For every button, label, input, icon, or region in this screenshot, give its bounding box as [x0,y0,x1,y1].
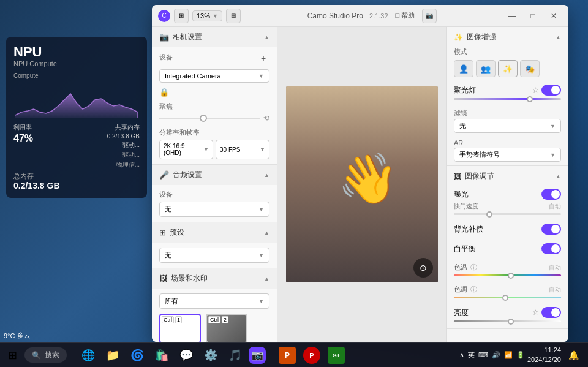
volume-icon[interactable]: 🔊 [492,351,500,359]
minimize-btn[interactable]: — [503,10,521,22]
zoom-dropdown[interactable]: 13% ▼ [192,10,222,21]
whitebalance-field: 白平衡 [447,241,568,260]
notification-btn[interactable]: 🔔 [564,346,583,365]
brightness-toggle[interactable] [541,307,561,318]
brightness-label: 亮度 [454,308,469,318]
ar-field: AR 手势表情符号 ▼ [447,137,568,165]
app-logo: C [158,10,170,22]
camera-icon: 📷 [159,32,169,42]
taskbar-app-camera[interactable]: 📷 [249,347,266,364]
layout-btn[interactable]: ⊞ [174,9,189,23]
taskbar-app-files[interactable]: 📁 [102,344,124,366]
preset-section-header[interactable]: ⊞ 预设 ▲ [152,222,277,243]
preset-thumb-2[interactable]: Ctrl 2 [206,314,247,342]
mode-label: 模式 [454,47,561,56]
filter-select[interactable]: 无 ▼ [454,119,561,133]
taskbar-app-procyon[interactable]: P [301,344,323,366]
maximize-btn[interactable]: □ [524,10,541,22]
clock: 11:24 [527,346,561,355]
adjust-section-header[interactable]: 🖼 图像调节 ▲ [447,166,568,186]
wb-toggle[interactable] [541,243,561,254]
ar-select[interactable]: 手势表情符号 ▼ [454,148,561,162]
device-value: Integrated Camera [165,72,221,80]
audio-section-header[interactable]: 🎤 音频设置 ▲ [152,165,277,185]
sat-slider[interactable] [454,297,561,298]
camera-hand-emoji: 👋 [337,150,399,208]
exposure-label: 曝光 [454,189,469,200]
taskbar-app-settings[interactable]: ⚙️ [200,344,222,366]
sys-chart [13,81,140,118]
shared-mem-value: 0.2/13.8 GB [107,133,140,140]
camera-section-title: 相机设置 [173,32,202,42]
taskbar-app-store[interactable]: 🛍️ [151,344,173,366]
phys-label: 物理信... [107,161,140,169]
weather-widget: 9°C 多云 [4,331,31,340]
resolution-controls: 2K 16:9 (QHD) ▼ 30 FPS ▼ [159,140,270,159]
spotlight-field: 聚光灯 ☆ [447,82,568,106]
search-placeholder: 搜索 [45,350,59,360]
camera-section-content: 设备 + Integrated Camera ▼ 🔒 聚焦 [152,47,277,164]
enhance-section-header[interactable]: ✨ 图像增强 ▲ [447,27,568,47]
right-panel: ✨ 图像增强 ▲ 模式 👤 👥 ✨ 🎭 [446,27,568,342]
scene-filter-select[interactable]: 所有 ▼ [159,293,270,309]
split-btn[interactable]: ⊟ [226,9,241,23]
mode-container: 模式 👤 👥 ✨ 🎭 [447,47,568,82]
chevron-up-icon[interactable]: ∧ [459,351,464,359]
taskbar-app-edge[interactable]: 🌀 [126,344,148,366]
taskbar-time[interactable]: 11:24 2024/12/20 [527,346,561,365]
taskbar-app-emoji[interactable]: 🌐 [77,344,99,366]
window-version: 2.1.32 [369,12,388,20]
camera-preview: 👋 ⊙ [286,86,438,282]
sys-monitor-title: NPU [13,44,140,60]
backlight-toggle[interactable] [541,224,561,235]
backlight-field: 背光补偿 [447,221,568,241]
add-device-btn[interactable]: + [257,52,270,64]
hue-slider[interactable] [454,274,561,276]
search-icon: 🔍 [32,351,41,360]
preset-select[interactable]: 无 ▼ [159,248,270,263]
focus-slider[interactable]: ⟲ [159,113,270,123]
taskbar-search[interactable]: 🔍 搜索 [24,347,67,363]
spotlight-toggle[interactable] [541,85,561,96]
filter-field: 滤镜 无 ▼ [447,106,568,137]
mode-btn-mask[interactable]: 🎭 [520,60,540,77]
scene-section-header[interactable]: 🖼 场景和水印 ▲ [152,268,277,289]
brightness-star: ☆ [532,308,539,317]
device-select[interactable]: Integrated Camera ▼ [159,69,270,83]
mode-btn-sparkle[interactable]: ✨ [498,60,518,77]
close-btn[interactable]: ✕ [545,10,562,22]
shutter-auto: 自动 [549,202,561,211]
scene-section-chevron: ▲ [264,276,270,282]
taskbar-app-mail[interactable]: 💬 [175,344,197,366]
brightness-slider[interactable] [454,320,561,322]
start-button[interactable]: ⊞ [2,346,22,365]
mode-icons: 👤 👥 ✨ 🎭 [454,58,561,80]
fps-select[interactable]: 30 FPS ▼ [216,140,270,159]
enhance-title: 图像增强 [467,32,496,42]
camera-indicator: ⊙ [413,258,433,278]
resolution-select[interactable]: 2K 16:9 (QHD) ▼ [159,140,213,159]
camera-section-header[interactable]: 📷 相机设置 ▲ [152,27,277,47]
camera-mode-btn[interactable]: 📷 [422,9,437,23]
taskbar-divider1 [72,348,72,363]
exposure-toggle[interactable] [541,189,561,200]
preset-section-title: 预设 [170,227,184,238]
ctrl-badge-2: Ctrl [208,316,221,323]
sat-label: 色调 ⓘ [454,285,477,294]
audio-section-chevron: ▲ [264,172,270,178]
audio-device-select[interactable]: 无 ▼ [159,202,270,217]
taskbar-app-game[interactable]: G+ [325,344,347,366]
preset-thumb-1[interactable]: Ctrl 1 [159,314,201,342]
taskbar-app-powerpoint[interactable]: P [276,344,298,366]
help-btn[interactable]: □ 帮助 [392,11,419,20]
preset-value: 无 [165,251,172,260]
spotlight-slider[interactable] [454,98,561,100]
mode-btn-group[interactable]: 👥 [476,60,496,77]
network-icon[interactable]: 📶 [504,351,513,359]
taskbar-app-media[interactable]: 🎵 [224,344,246,366]
spotlight-star: ☆ [532,86,539,94]
mode-btn-person[interactable]: 👤 [454,60,473,77]
enhance-icon: ✨ [454,33,463,42]
shutter-slider[interactable] [454,213,561,215]
weather-desc: 多云 [17,331,31,340]
